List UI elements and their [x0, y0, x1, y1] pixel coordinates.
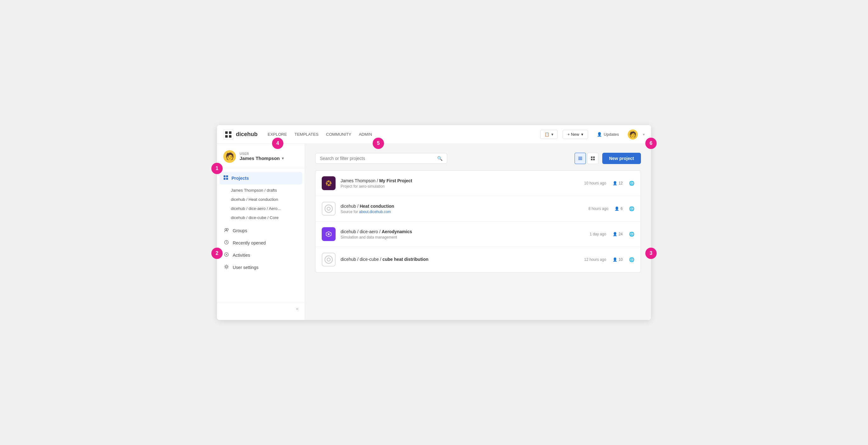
user-avatar-nav[interactable]: 🧑 — [628, 130, 638, 140]
annotation-badge-1: 1 — [211, 163, 223, 174]
project-link-2[interactable]: about.dicehub.com — [359, 210, 391, 214]
view-toggles — [575, 153, 598, 164]
project-info-4: dicehub / dice-cube / cube heat distribu… — [341, 257, 579, 263]
project-row[interactable]: James Thompson / My First Project Projec… — [315, 171, 641, 196]
user-label: USER — [240, 152, 299, 156]
projects-toolbar: 🔍 — [315, 153, 641, 164]
search-box[interactable]: 🔍 — [315, 153, 447, 164]
sidebar-item-groups[interactable]: Groups — [219, 225, 302, 236]
svg-point-26 — [328, 233, 330, 235]
project-icon-1 — [322, 176, 336, 190]
new-button[interactable]: + New ▾ — [563, 130, 588, 139]
sidebar-item-recently-opened[interactable]: Recently opened — [219, 237, 302, 248]
sidebar-footer: « — [217, 302, 305, 315]
project-members-2: 👤 6 — [615, 206, 623, 211]
new-chevron: ▾ — [581, 132, 583, 137]
svg-point-14 — [225, 266, 227, 268]
sidebar-subitems: James Thompson / drafts dicehub / Heat c… — [219, 186, 302, 222]
sidebar-nav: Projects James Thompson / drafts dicehub… — [217, 168, 305, 302]
project-meta-3: 1 day ago 👤 24 🌐 — [590, 232, 634, 237]
project-meta-1: 10 hours ago 👤 12 🌐 — [584, 181, 634, 186]
grid-view-button[interactable] — [587, 153, 598, 164]
user-nav-chevron: ▾ — [643, 132, 645, 137]
nav-explore[interactable]: EXPLORE — [268, 131, 287, 138]
user-section[interactable]: 🧑 USER James Thompson ▾ — [217, 144, 305, 168]
activities-icon — [223, 252, 229, 258]
annotation-badge-5: 5 — [373, 138, 384, 149]
project-time-2: 8 hours ago — [588, 206, 608, 211]
svg-rect-2 — [229, 131, 231, 134]
project-members-3: 👤 24 — [613, 232, 623, 236]
activities-label: Activities — [233, 253, 250, 258]
project-row[interactable]: dicehub / dice-aero / Aerodynamics Simul… — [315, 221, 641, 247]
user-dropdown-chevron: ▾ — [282, 156, 284, 161]
svg-rect-18 — [591, 157, 592, 158]
user-info: USER James Thompson ▾ — [240, 152, 299, 161]
sidebar-item-projects[interactable]: Projects — [219, 172, 302, 184]
annotation-badge-2: 2 — [211, 248, 223, 259]
project-name-3: dicehub / dice-aero / Aerodynamics — [341, 229, 585, 234]
svg-point-28 — [327, 258, 330, 261]
project-members-1: 👤 12 — [613, 181, 623, 185]
svg-rect-7 — [224, 178, 225, 180]
user-settings-icon — [223, 264, 229, 270]
project-visibility-4: 🌐 — [629, 257, 634, 262]
annotation-badge-4: 4 — [272, 138, 283, 149]
annotation-badge-3: 3 — [645, 248, 657, 259]
projects-label: Projects — [231, 176, 249, 181]
updates-icon: 👤 — [597, 132, 602, 137]
project-desc-1: Project for aero-simulation — [341, 184, 579, 189]
logo-text: dicehub — [236, 131, 257, 138]
groups-icon — [223, 228, 229, 234]
sidebar-item-user-settings[interactable]: User settings — [219, 262, 302, 273]
logo-link[interactable]: dicehub — [223, 130, 257, 140]
sidebar-subitem-1[interactable]: dicehub / Heat conduction — [227, 195, 302, 204]
members-icon-3: 👤 — [613, 232, 617, 236]
svg-point-23 — [325, 205, 333, 212]
sidebar-subitem-3[interactable]: dicehub / dice-cube / Core — [227, 213, 302, 222]
members-icon-4: 👤 — [613, 258, 617, 262]
nav-links: EXPLORE TEMPLATES COMMUNITY ADMIN — [268, 131, 540, 138]
outer-wrapper: 1 2 3 4 5 6 dicehub — [217, 125, 651, 320]
search-input[interactable] — [320, 156, 435, 161]
svg-point-27 — [325, 256, 333, 263]
svg-rect-6 — [226, 175, 228, 177]
project-row[interactable]: dicehub / Heat conduction Source for abo… — [315, 196, 641, 221]
svg-rect-22 — [324, 179, 333, 187]
new-label: + New — [567, 132, 579, 137]
doc-button[interactable]: 📋 ▾ — [540, 130, 558, 139]
svg-point-13 — [226, 254, 227, 255]
project-meta-2: 8 hours ago 👤 6 🌐 — [588, 206, 634, 211]
new-project-button[interactable]: New project — [602, 153, 641, 164]
sidebar: 🧑 USER James Thompson ▾ — [217, 144, 305, 320]
project-row[interactable]: dicehub / dice-cube / cube heat distribu… — [315, 247, 641, 272]
svg-rect-20 — [591, 159, 592, 160]
nav-community[interactable]: COMMUNITY — [326, 131, 351, 138]
svg-rect-3 — [225, 135, 228, 138]
svg-rect-8 — [226, 178, 228, 180]
project-name-1: James Thompson / My First Project — [341, 178, 579, 183]
svg-rect-4 — [229, 135, 231, 138]
recently-opened-icon — [223, 240, 229, 246]
updates-label: Updates — [604, 132, 619, 137]
app-container: dicehub EXPLORE TEMPLATES COMMUNITY ADMI… — [217, 125, 651, 320]
project-desc-2: Source for about.dicehub.com — [341, 210, 583, 214]
nav-admin[interactable]: ADMIN — [359, 131, 372, 138]
svg-rect-0 — [223, 130, 234, 140]
nav-templates[interactable]: TEMPLATES — [294, 131, 318, 138]
logo-icon — [223, 130, 234, 140]
project-meta-4: 12 hours ago 👤 10 🌐 — [584, 257, 634, 262]
sidebar-subitem-0[interactable]: James Thompson / drafts — [227, 186, 302, 195]
project-members-4: 👤 10 — [613, 258, 623, 262]
sidebar-subitem-2[interactable]: dicehub / dice-aero / Aero... — [227, 204, 302, 213]
project-visibility-3: 🌐 — [629, 232, 634, 237]
project-icon-3 — [322, 227, 336, 241]
list-view-button[interactable] — [575, 153, 586, 164]
sidebar-item-activities[interactable]: Activities — [219, 249, 302, 261]
svg-rect-1 — [225, 131, 228, 134]
collapse-button[interactable]: « — [296, 306, 299, 311]
svg-rect-19 — [593, 157, 595, 158]
svg-point-24 — [327, 207, 330, 210]
nav-right: 📋 ▾ + New ▾ 👤 Updates 🧑 ▾ — [540, 130, 645, 140]
updates-button[interactable]: 👤 Updates — [593, 130, 623, 139]
